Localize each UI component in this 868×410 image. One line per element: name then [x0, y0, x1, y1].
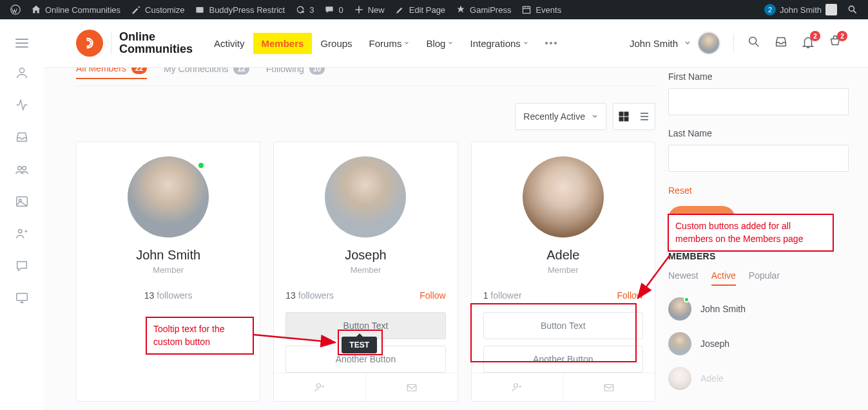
widget-member-row[interactable]: John Smith: [668, 297, 849, 321]
svg-point-6: [23, 166, 26, 170]
new-link[interactable]: New: [349, 0, 390, 19]
events-link[interactable]: Events: [516, 0, 566, 19]
custom-button-2[interactable]: Another Button: [483, 346, 643, 373]
cart-button[interactable]: 2: [828, 35, 842, 51]
groups-icon[interactable]: [15, 162, 29, 176]
notification-badge: 2: [810, 31, 820, 41]
card-footer: [274, 373, 457, 401]
follow-button[interactable]: Follow: [420, 290, 445, 301]
edit-page-link[interactable]: Edit Page: [390, 0, 450, 19]
primary-nav: Activity Members Groups Forums Blog Inte…: [206, 33, 565, 54]
user-badge-count: 2: [764, 4, 776, 15]
svg-rect-19: [604, 384, 613, 391]
member-avatar[interactable]: [128, 156, 209, 238]
profile-icon[interactable]: [15, 66, 29, 80]
online-status-icon: [684, 297, 690, 303]
svg-rect-13: [624, 112, 628, 116]
nav-blog[interactable]: Blog: [418, 33, 461, 54]
svg-point-5: [18, 166, 21, 170]
member-role: Member: [153, 265, 184, 275]
widget-member-name: John Smith: [700, 304, 746, 314]
list-view-button[interactable]: [634, 103, 655, 130]
connections-icon[interactable]: [15, 227, 29, 241]
widget-tab-newest[interactable]: Newest: [668, 270, 699, 286]
hamburger-menu[interactable]: [15, 39, 28, 48]
activity-icon[interactable]: [15, 98, 29, 112]
svg-rect-15: [624, 117, 628, 121]
widget-member-name: Joseph: [700, 339, 729, 349]
member-role: Member: [548, 265, 579, 275]
inbox-button[interactable]: [774, 35, 788, 51]
widget-member-row[interactable]: Joseph: [668, 332, 849, 355]
admin-bar-left: Online Communities Customize BuddyPress …: [5, 0, 566, 19]
site-name-link[interactable]: Online Communities: [26, 0, 126, 19]
message-button[interactable]: [365, 373, 458, 401]
add-friend-button[interactable]: [472, 373, 563, 401]
widget-tab-active[interactable]: Active: [711, 270, 736, 286]
sort-select[interactable]: Recently Active: [515, 103, 606, 130]
admin-search[interactable]: [842, 0, 863, 19]
admin-bar-right: 2 John Smith: [759, 0, 863, 19]
nav-members[interactable]: Members: [253, 33, 313, 54]
messages-icon[interactable]: [15, 259, 29, 273]
chevron-down-icon: [592, 113, 598, 120]
gamipress-link[interactable]: GamiPress: [450, 0, 516, 19]
nav-more[interactable]: [537, 37, 565, 50]
grid-view-button[interactable]: [613, 103, 634, 130]
tab-my-connections[interactable]: My Connections12: [164, 68, 249, 79]
nav-integrations[interactable]: Integrations: [461, 33, 536, 54]
notifications-button[interactable]: 2: [801, 35, 815, 51]
svg-point-16: [317, 384, 321, 387]
follow-button[interactable]: Follow: [617, 290, 643, 301]
member-avatar[interactable]: [523, 156, 604, 238]
last-name-input[interactable]: [668, 145, 849, 172]
member-tabs: All Members22 My Connections12 Following…: [76, 68, 655, 80]
admin-avatar: [825, 4, 837, 15]
svg-rect-10: [17, 294, 28, 301]
add-friend-button[interactable]: [274, 373, 365, 401]
member-avatar[interactable]: [325, 156, 406, 238]
widget-member-avatar: [668, 367, 691, 390]
tab-all-members[interactable]: All Members22: [76, 68, 147, 79]
widget-member-row[interactable]: Adele: [668, 367, 849, 390]
nav-groups[interactable]: Groups: [312, 33, 360, 54]
cart-badge: 2: [837, 31, 847, 41]
customize-link[interactable]: Customize: [126, 0, 189, 19]
display-icon[interactable]: [15, 291, 29, 305]
followers-row: 1 follower Follow: [483, 290, 643, 301]
site-logo[interactable]: OnlineCommunities: [76, 30, 193, 57]
svg-point-18: [514, 384, 518, 387]
inbox-icon[interactable]: [15, 130, 29, 144]
logo-mark-icon: [76, 30, 103, 57]
member-card: John Smith Member 13 followers: [76, 142, 260, 402]
reset-link[interactable]: Reset: [668, 185, 692, 196]
followers-row: 13 followers Follow: [285, 290, 445, 301]
custom-button-1[interactable]: Button Text: [285, 312, 445, 339]
first-name-input[interactable]: [668, 88, 849, 115]
nav-forums[interactable]: Forums: [361, 33, 418, 54]
widget-tab-popular[interactable]: Popular: [749, 270, 780, 286]
svg-rect-12: [619, 112, 623, 116]
view-toggle: [613, 103, 655, 130]
member-name[interactable]: John Smith: [136, 248, 200, 263]
members-content: All Members22 My Connections12 Following…: [76, 68, 655, 410]
member-name[interactable]: Adele: [546, 248, 579, 263]
admin-user-menu[interactable]: 2 John Smith: [759, 0, 842, 19]
bp-restrict-link[interactable]: BuddyPress Restrict: [189, 0, 290, 19]
card-footer: [472, 373, 655, 401]
member-name[interactable]: Joseph: [345, 248, 387, 263]
svg-point-4: [19, 68, 24, 73]
updates-link[interactable]: 3: [290, 0, 319, 19]
nav-activity[interactable]: Activity: [206, 33, 253, 54]
first-name-label: First Name: [668, 71, 849, 82]
annotation-tooltip-note: Tooltip text for the custom button: [146, 317, 254, 355]
left-sidebar-rail: [0, 19, 44, 410]
tab-following[interactable]: Following10: [266, 68, 325, 79]
comments-link[interactable]: 0: [319, 0, 348, 19]
header-user-menu[interactable]: John Smith: [630, 32, 720, 55]
search-button[interactable]: [747, 35, 761, 51]
wp-logo[interactable]: [5, 0, 26, 19]
media-icon[interactable]: [15, 194, 29, 209]
message-button[interactable]: [563, 373, 655, 401]
custom-button-1[interactable]: Button Text: [483, 312, 643, 339]
